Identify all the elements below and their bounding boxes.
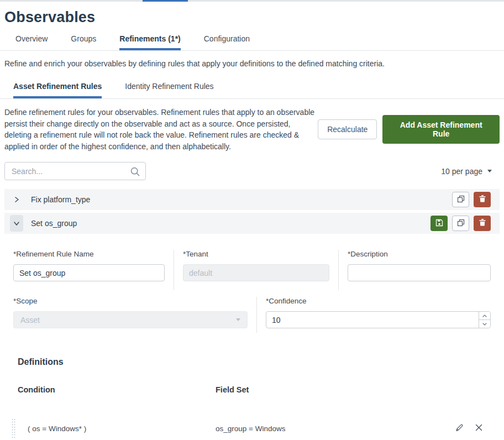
trash-icon xyxy=(479,195,486,204)
confidence-stepper xyxy=(479,312,490,328)
definitions-table-headers: Condition Field Set xyxy=(18,385,486,394)
drag-handle-icon[interactable] xyxy=(11,418,19,439)
rules-description-text: Define refinement rules for your observa… xyxy=(4,107,318,152)
form-row-2: *Scope Asset *Confidence xyxy=(4,297,500,333)
field-set-column-header: Field Set xyxy=(216,385,249,394)
copy-icon xyxy=(457,219,465,228)
refinements-intro-text: Refine and enrich your observables by de… xyxy=(4,59,500,68)
field-confidence: *Confidence xyxy=(256,297,500,333)
tab-configuration[interactable]: Configuration xyxy=(204,34,250,50)
refinement-rules-list: Fix platform_type xyxy=(4,189,500,234)
definition-row: ( os = Windows* ) os_group = Windows xyxy=(18,418,486,439)
definition-condition: ( os = Windows* ) xyxy=(19,425,216,433)
confidence-input[interactable] xyxy=(266,311,491,328)
parent-nav-active-indicator xyxy=(143,0,188,2)
tenant-field-label: *Tenant xyxy=(183,250,329,258)
edit-definition-button[interactable] xyxy=(455,423,464,434)
expand-chevron-right-icon[interactable] xyxy=(10,191,23,208)
parent-nav-strip xyxy=(0,0,504,2)
main-tab-bar: Overview Groups Refinements (1*) Configu… xyxy=(0,26,504,51)
field-refinement-rule-name: *Refinement Rule Name xyxy=(4,250,174,290)
collapse-chevron-down-icon[interactable] xyxy=(10,215,23,232)
field-description: *Description xyxy=(338,250,500,290)
confidence-field-label: *Confidence xyxy=(266,297,491,305)
rule-row-set-os-group: Set os_group xyxy=(4,213,500,234)
duplicate-rule-button[interactable] xyxy=(452,216,469,231)
tab-overview[interactable]: Overview xyxy=(15,34,48,50)
field-tenant: *Tenant xyxy=(174,250,338,290)
tab-groups[interactable]: Groups xyxy=(71,34,96,50)
recalculate-button[interactable]: Recalculate xyxy=(318,119,377,139)
rule-row-fix-platform-type: Fix platform_type xyxy=(4,189,500,210)
pencil-icon xyxy=(455,423,464,434)
add-asset-refinement-rule-button[interactable]: Add Asset Refinement Rule xyxy=(382,115,500,144)
description-field-label: *Description xyxy=(348,250,491,258)
rule-edit-panel: *Refinement Rule Name *Tenant *Descripti… xyxy=(4,237,500,439)
rule-actions xyxy=(452,192,491,207)
stepper-up-button[interactable] xyxy=(479,312,490,320)
rule-actions xyxy=(431,216,491,231)
rule-name-input[interactable] xyxy=(13,264,165,281)
remove-definition-button[interactable] xyxy=(475,423,483,433)
rule-name-label: Fix platform_type xyxy=(31,195,90,204)
per-page-label: 10 per page xyxy=(441,167,482,176)
chevron-down-icon xyxy=(487,170,492,172)
definition-field-set: os_group = Windows xyxy=(216,425,455,433)
field-scope: *Scope Asset xyxy=(4,297,256,333)
search-input[interactable] xyxy=(4,162,146,180)
duplicate-rule-button[interactable] xyxy=(452,192,469,207)
rules-action-buttons: Recalculate Add Asset Refinement Rule xyxy=(318,115,500,144)
rules-info-row: Define refinement rules for your observa… xyxy=(4,107,500,152)
chevron-down-icon xyxy=(236,318,240,321)
rule-name-label: Set os_group xyxy=(31,219,77,228)
search-box xyxy=(4,162,146,180)
form-row-1: *Refinement Rule Name *Tenant *Descripti… xyxy=(4,250,500,290)
definitions-title: Definitions xyxy=(18,357,486,367)
confidence-number-field xyxy=(266,311,491,328)
description-input[interactable] xyxy=(348,264,491,281)
delete-rule-button[interactable] xyxy=(474,192,491,207)
rule-name-field-label: *Refinement Rule Name xyxy=(13,250,165,258)
list-controls-row: 10 per page xyxy=(4,162,500,180)
trash-icon xyxy=(479,219,486,228)
condition-column-header: Condition xyxy=(18,385,216,394)
stepper-down-button[interactable] xyxy=(479,320,490,328)
tenant-input xyxy=(183,264,329,281)
subtab-identity-refinement-rules[interactable]: Identity Refinement Rules xyxy=(125,82,213,98)
tab-refinements[interactable]: Refinements (1*) xyxy=(119,34,180,50)
definitions-section: Definitions Condition Field Set xyxy=(9,357,495,439)
delete-rule-button[interactable] xyxy=(474,216,491,231)
per-page-dropdown[interactable]: 10 per page xyxy=(441,167,492,176)
page-title: Observables xyxy=(4,9,500,26)
refinement-subtab-bar: Asset Refinement Rules Identity Refineme… xyxy=(0,68,504,99)
definition-actions xyxy=(455,423,486,434)
copy-icon xyxy=(457,195,465,205)
subtab-asset-refinement-rules[interactable]: Asset Refinement Rules xyxy=(13,82,102,98)
scope-select-value: Asset xyxy=(20,316,40,324)
scope-select: Asset xyxy=(13,311,248,328)
save-rule-button[interactable] xyxy=(431,216,448,231)
scope-field-label: *Scope xyxy=(13,297,248,305)
close-icon xyxy=(475,423,483,433)
save-icon xyxy=(435,219,443,228)
